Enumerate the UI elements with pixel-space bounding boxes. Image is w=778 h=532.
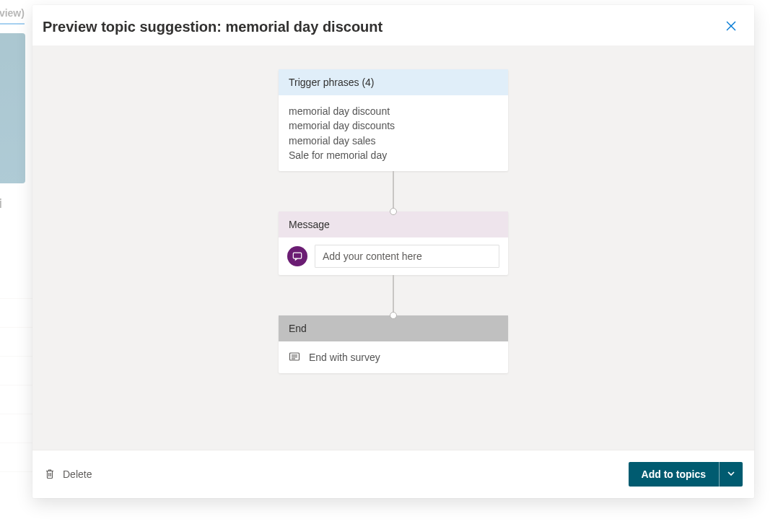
add-to-topics-dropdown[interactable]: [720, 462, 743, 487]
message-icon: [287, 246, 307, 266]
end-node[interactable]: End End with survey: [279, 315, 508, 373]
trigger-phrases-node[interactable]: Trigger phrases (4) memorial day discoun…: [279, 69, 508, 171]
message-node-body: [279, 237, 508, 275]
preview-topic-modal: Preview topic suggestion: memorial day d…: [32, 5, 754, 498]
trigger-phrase: memorial day discount: [289, 104, 498, 118]
connector-line: [393, 171, 394, 212]
connector-node-icon[interactable]: [390, 208, 397, 215]
modal-footer: Delete Add to topics: [32, 450, 754, 498]
add-to-topics-button[interactable]: Add to topics: [629, 462, 743, 487]
add-to-topics-label: Add to topics: [629, 462, 719, 487]
trigger-phrase: memorial day discounts: [289, 118, 498, 133]
end-node-body: End with survey: [279, 341, 508, 373]
survey-icon: [289, 352, 300, 363]
delete-label: Delete: [63, 468, 92, 480]
trigger-phrase: memorial day sales: [289, 134, 498, 148]
message-content-input[interactable]: [315, 245, 499, 268]
modal-header: Preview topic suggestion: memorial day d…: [32, 5, 754, 45]
trigger-phrase: Sale for memorial day: [289, 148, 498, 162]
topic-canvas: Trigger phrases (4) memorial day discoun…: [32, 45, 754, 450]
close-icon: [726, 21, 736, 33]
modal-title: Preview topic suggestion: memorial day d…: [43, 19, 383, 35]
chevron-down-icon: [727, 468, 735, 480]
connector-node-icon[interactable]: [390, 312, 397, 319]
svg-rect-2: [293, 253, 301, 258]
end-node-header: End: [279, 315, 508, 341]
end-node-label: End with survey: [309, 350, 380, 365]
trigger-node-header: Trigger phrases (4): [279, 69, 508, 95]
trigger-node-body: memorial day discount memorial day disco…: [279, 95, 508, 171]
close-button[interactable]: [722, 18, 740, 35]
delete-button[interactable]: Delete: [44, 468, 92, 481]
modal-overlay[interactable]: Preview topic suggestion: memorial day d…: [0, 0, 778, 532]
trash-icon: [44, 468, 56, 481]
connector-line: [393, 275, 394, 315]
message-node[interactable]: Message: [279, 212, 508, 275]
message-node-header: Message: [279, 212, 508, 237]
